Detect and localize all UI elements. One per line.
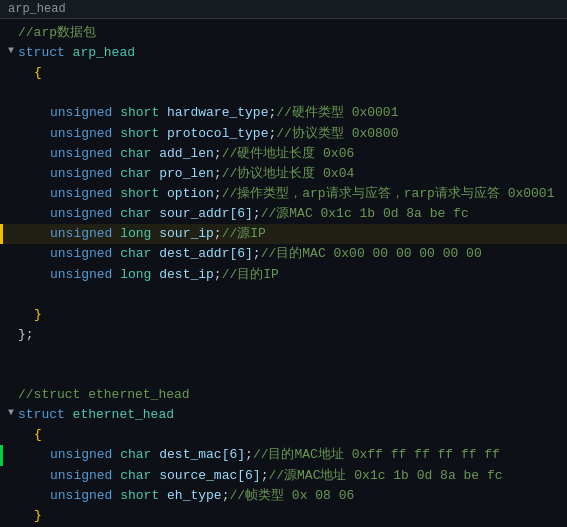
kw-comment-12: //目的IP [222, 267, 279, 282]
punctuation-15: }; [18, 327, 34, 342]
kw-type-11: char [120, 246, 159, 261]
kw-unsigned-11: unsigned [50, 246, 120, 261]
kw-type-8: short [120, 186, 167, 201]
line-20: { [0, 425, 567, 445]
kw-type-23: short [120, 488, 167, 503]
line-1: ▼struct arp_head [0, 43, 567, 63]
line-content-8: unsigned short option;//操作类型，arp请求与应答，ra… [50, 184, 554, 204]
kw-field-6: add_len [159, 146, 214, 161]
kw-type-22: char [120, 468, 159, 483]
punctuation-8: ; [214, 186, 222, 201]
punctuation-21: ; [245, 447, 253, 462]
kw-type-12: long [120, 267, 159, 282]
kw-comment-6: //硬件地址长度 0x06 [222, 146, 355, 161]
line-19: ▼struct ethernet_head [0, 405, 567, 425]
line-22: unsigned char source_mac[6];//源MAC地址 0x1… [0, 466, 567, 486]
gutter-19[interactable]: ▼ [4, 405, 18, 421]
kw-struct-1: struct [18, 45, 73, 60]
punctuation-10: ; [214, 226, 222, 241]
kw-type-21: char [120, 447, 159, 462]
kw-unsigned-5: unsigned [50, 126, 120, 141]
kw-type-10: long [120, 226, 159, 241]
collapse-icon[interactable]: ▼ [8, 405, 14, 421]
line-10: unsigned long sour_ip;//源IP [0, 224, 567, 244]
kw-brace-20: { [34, 427, 42, 442]
code-editor: arp_head //arp数据包▼struct arp_head{unsign… [0, 0, 567, 527]
line-7: unsigned char pro_len;//协议地址长度 0x04 [0, 164, 567, 184]
kw-comment-11: //目的MAC 0x00 00 00 00 00 00 [261, 246, 482, 261]
line-content-12: unsigned long dest_ip;//目的IP [50, 265, 279, 285]
kw-unsigned-23: unsigned [50, 488, 120, 503]
punctuation-7: ; [214, 166, 222, 181]
line-3 [0, 83, 567, 103]
kw-brace-24: } [34, 508, 42, 523]
kw-comment-8: //操作类型，arp请求与应答，rarp请求与应答 0x0001 [222, 186, 555, 201]
kw-unsigned-4: unsigned [50, 105, 120, 120]
line-content-15: }; [18, 325, 34, 345]
kw-field-8: option [167, 186, 214, 201]
line-content-23: unsigned short eh_type;//帧类型 0x 08 06 [50, 486, 354, 506]
kw-comment-5: //协议类型 0x0800 [276, 126, 398, 141]
line-8: unsigned short option;//操作类型，arp请求与应答，ra… [0, 184, 567, 204]
kw-unsigned-8: unsigned [50, 186, 120, 201]
kw-comment-18: //struct ethernet_head [18, 387, 190, 402]
line-13 [0, 285, 567, 305]
line-content-14: } [34, 305, 42, 325]
line-15: }; [0, 325, 567, 345]
kw-brace-2: { [34, 65, 42, 80]
line-14: } [0, 305, 567, 325]
yellow-bar [0, 224, 3, 244]
line-content-18: //struct ethernet_head [18, 385, 190, 405]
kw-unsigned-22: unsigned [50, 468, 120, 483]
struct-name-1: arp_head [73, 45, 135, 60]
kw-comment-10: //源IP [222, 226, 266, 241]
line-18: //struct ethernet_head [0, 385, 567, 405]
kw-type-7: char [120, 166, 159, 181]
line-content-1: struct arp_head [18, 43, 135, 63]
title-bar: arp_head [0, 0, 567, 19]
kw-comment-21: //目的MAC地址 0xff ff ff ff ff ff [253, 447, 500, 462]
kw-field-10: sour_ip [159, 226, 214, 241]
line-23: unsigned short eh_type;//帧类型 0x 08 06 [0, 486, 567, 506]
line-content-20: { [34, 425, 42, 445]
green-bar [0, 445, 3, 465]
line-24: } [0, 506, 567, 526]
line-content-22: unsigned char source_mac[6];//源MAC地址 0x1… [50, 466, 503, 486]
kw-field-7: pro_len [159, 166, 214, 181]
line-21: unsigned char dest_mac[6];//目的MAC地址 0xff… [0, 445, 567, 465]
kw-unsigned-9: unsigned [50, 206, 120, 221]
line-content-24: } [34, 506, 42, 526]
struct-name-19: ethernet_head [73, 407, 174, 422]
kw-unsigned-7: unsigned [50, 166, 120, 181]
kw-type-4: short [120, 105, 167, 120]
punctuation-6: ; [214, 146, 222, 161]
line-content-6: unsigned char add_len;//硬件地址长度 0x06 [50, 144, 354, 164]
punctuation-12: ; [214, 267, 222, 282]
punctuation-11: ; [253, 246, 261, 261]
line-9: unsigned char sour_addr[6];//源MAC 0x1c 1… [0, 204, 567, 224]
gutter-1[interactable]: ▼ [4, 43, 18, 59]
line-content-4: unsigned short hardware_type;//硬件类型 0x00… [50, 103, 398, 123]
kw-field-12: dest_ip [159, 267, 214, 282]
kw-struct-19: struct [18, 407, 73, 422]
line-content-9: unsigned char sour_addr[6];//源MAC 0x1c 1… [50, 204, 469, 224]
line-16 [0, 345, 567, 365]
line-content-7: unsigned char pro_len;//协议地址长度 0x04 [50, 164, 354, 184]
kw-unsigned-10: unsigned [50, 226, 120, 241]
line-5: unsigned short protocol_type;//协议类型 0x08… [0, 124, 567, 144]
kw-field-4: hardware_type [167, 105, 268, 120]
line-0: //arp数据包 [0, 23, 567, 43]
line-content-0: //arp数据包 [18, 23, 96, 43]
line-2: { [0, 63, 567, 83]
collapse-icon[interactable]: ▼ [8, 43, 14, 59]
kw-field-21: dest_mac[6] [159, 447, 245, 462]
kw-type-5: short [120, 126, 167, 141]
kw-field-5: protocol_type [167, 126, 268, 141]
line-6: unsigned char add_len;//硬件地址长度 0x06 [0, 144, 567, 164]
kw-comment-23: //帧类型 0x 08 06 [229, 488, 354, 503]
kw-comment-7: //协议地址长度 0x04 [222, 166, 355, 181]
code-area: //arp数据包▼struct arp_head{unsigned short … [0, 19, 567, 527]
kw-type-6: char [120, 146, 159, 161]
line-4: unsigned short hardware_type;//硬件类型 0x00… [0, 103, 567, 123]
line-content-5: unsigned short protocol_type;//协议类型 0x08… [50, 124, 398, 144]
